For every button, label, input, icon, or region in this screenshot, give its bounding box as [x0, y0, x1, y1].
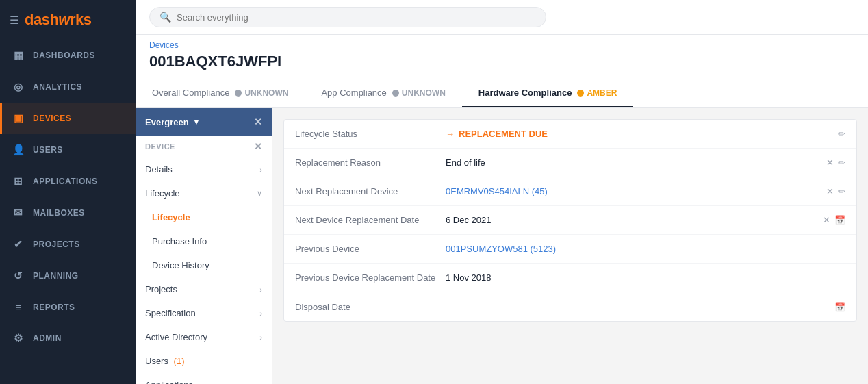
- tab-app-compliance[interactable]: App Compliance UNKNOWN: [305, 79, 461, 107]
- search-box[interactable]: 🔍: [149, 7, 546, 27]
- sidebar-item-analytics[interactable]: ◎ Analytics: [0, 71, 136, 103]
- topbar: 🔍: [136, 0, 868, 35]
- menu-item-applications[interactable]: Applications ›: [136, 373, 272, 384]
- row-label: Previous Device Replacement Date: [295, 272, 446, 283]
- breadcrumb[interactable]: Devices: [149, 40, 854, 50]
- sidebar-item-label: Admin: [33, 333, 62, 343]
- status-dot-gray: [235, 90, 242, 97]
- menu-item-lifecycle-sub[interactable]: Lifecycle: [136, 205, 272, 229]
- clear-icon[interactable]: ✕: [823, 215, 830, 225]
- table-row: Disposal Date 📅: [284, 292, 856, 321]
- sidebar-item-dashboards[interactable]: ▦ Dashboards: [0, 40, 136, 71]
- search-input[interactable]: [177, 12, 536, 23]
- status-dot-amber: [577, 90, 584, 97]
- right-panel: Lifecycle Status → REPLACEMENT DUE ✏ Rep…: [272, 108, 868, 384]
- sidebar-item-label: Devices: [33, 114, 71, 123]
- panel-header: Evergreen ▼ ✕: [136, 108, 272, 136]
- row-label: Next Replacement Device: [295, 186, 446, 196]
- row-actions: ✕ ✏: [826, 157, 845, 168]
- menu-item-device-history[interactable]: Device History: [136, 253, 272, 277]
- mailboxes-icon: ✉: [12, 207, 25, 219]
- tab-app-label: App Compliance: [321, 88, 386, 98]
- tab-hardware-compliance[interactable]: Hardware Compliance AMBER: [462, 79, 634, 107]
- calendar-icon[interactable]: 📅: [834, 215, 845, 225]
- lifecycle-table: Lifecycle Status → REPLACEMENT DUE ✏ Rep…: [283, 119, 857, 322]
- tab-app-status: UNKNOWN: [392, 88, 446, 98]
- sidebar-item-label: Applications: [33, 177, 97, 186]
- row-actions: ✕ 📅: [823, 215, 845, 225]
- hamburger-icon[interactable]: ☰: [10, 14, 19, 27]
- row-label: Lifecycle Status: [295, 129, 446, 139]
- sidebar-item-label: Projects: [33, 240, 80, 249]
- edit-icon[interactable]: ✏: [838, 157, 845, 168]
- row-label: Next Device Replacement Date: [295, 215, 446, 225]
- clear-icon[interactable]: ✕: [826, 186, 834, 196]
- evergreen-dropdown[interactable]: Evergreen ▼: [145, 117, 200, 127]
- row-value: 6 Dec 2021: [446, 215, 823, 225]
- devices-icon: ▣: [12, 112, 25, 125]
- sidebar-item-users[interactable]: 👤 Users: [0, 134, 136, 166]
- sidebar-item-projects[interactable]: ✔ Projects: [0, 229, 136, 260]
- edit-icon[interactable]: ✏: [838, 186, 845, 196]
- device-link[interactable]: 0EMRMV0S454IALN (45): [446, 186, 548, 196]
- sidebar-item-reports[interactable]: ≡ Reports: [0, 292, 136, 322]
- sidebar-item-planning[interactable]: ↺ Planning: [0, 260, 136, 292]
- menu-item-specification[interactable]: Specification ›: [136, 301, 272, 325]
- device-close-icon[interactable]: ✕: [254, 141, 263, 152]
- sidebar-nav: ▦ Dashboards ◎ Analytics ▣ Devices 👤 Use…: [0, 40, 136, 354]
- analytics-icon: ◎: [12, 81, 25, 93]
- left-panel: Evergreen ▼ ✕ DEVICE ✕ Details › Lifecyc…: [136, 108, 272, 384]
- sidebar-item-applications[interactable]: ⊞ Applications: [0, 166, 136, 197]
- row-value: 1 Nov 2018: [446, 272, 845, 283]
- device-section: DEVICE ✕: [136, 136, 272, 157]
- table-row: Replacement Reason End of life ✕ ✏: [284, 149, 856, 177]
- dashboards-icon: ▦: [12, 49, 25, 62]
- prev-device-link[interactable]: 001PSUMZYOW581 (5123): [446, 244, 556, 254]
- calendar-icon[interactable]: 📅: [834, 302, 845, 312]
- main-content: 🔍 Devices 001BAQXT6JWFPI Overall Complia…: [136, 0, 868, 384]
- page-title: 001BAQXT6JWFPI: [149, 53, 854, 71]
- edit-icon[interactable]: ✏: [838, 129, 845, 139]
- logo-area: ☰ dashwrks: [0, 0, 136, 40]
- chevron-right-icon-spec: ›: [259, 309, 262, 318]
- table-row: Previous Device Replacement Date 1 Nov 2…: [284, 264, 856, 292]
- evergreen-label: Evergreen: [145, 117, 189, 127]
- tab-bar: Overall Compliance UNKNOWN App Complianc…: [136, 79, 868, 108]
- chevron-right-icon-apps: ›: [259, 381, 262, 385]
- planning-icon: ↺: [12, 270, 25, 282]
- row-value: 001PSUMZYOW581 (5123): [446, 244, 845, 254]
- sidebar-item-admin[interactable]: ⚙ Admin: [0, 322, 136, 354]
- chevron-right-icon-projects: ›: [259, 285, 262, 294]
- sidebar-item-devices[interactable]: ▣ Devices: [0, 103, 136, 134]
- content-area: Devices 001BAQXT6JWFPI Overall Complianc…: [136, 35, 868, 384]
- clear-icon[interactable]: ✕: [826, 157, 834, 168]
- table-row: Next Device Replacement Date 6 Dec 2021 …: [284, 206, 856, 235]
- menu-item-active-directory[interactable]: Active Directory ›: [136, 325, 272, 349]
- chevron-down-icon: ▼: [193, 118, 201, 126]
- menu-item-purchase-info[interactable]: Purchase Info: [136, 229, 272, 253]
- status-dot-gray-2: [392, 90, 399, 97]
- chevron-down-icon-lifecycle: ∨: [257, 189, 262, 198]
- row-value: End of life: [446, 157, 826, 168]
- menu-item-projects[interactable]: Projects ›: [136, 277, 272, 301]
- applications-icon: ⊞: [12, 175, 25, 188]
- tab-hardware-status: AMBER: [577, 88, 617, 98]
- row-label: Disposal Date: [295, 302, 446, 312]
- tab-overall-compliance[interactable]: Overall Compliance UNKNOWN: [136, 79, 305, 107]
- tab-overall-status: UNKNOWN: [235, 88, 288, 98]
- close-icon[interactable]: ✕: [254, 116, 262, 127]
- row-value: 0EMRMV0S454IALN (45): [446, 186, 826, 196]
- row-value: → REPLACEMENT DUE: [446, 129, 838, 139]
- menu-item-details[interactable]: Details ›: [136, 157, 272, 181]
- menu-item-lifecycle-group[interactable]: Lifecycle ∨: [136, 181, 272, 205]
- logo: dashwrks: [25, 11, 92, 29]
- search-icon: 🔍: [159, 12, 171, 23]
- sidebar-item-mailboxes[interactable]: ✉ Mailboxes: [0, 197, 136, 229]
- sidebar-item-label: Dashboards: [33, 51, 95, 60]
- menu-item-users[interactable]: Users (1): [136, 349, 272, 373]
- row-label: Previous Device: [295, 244, 446, 254]
- arrow-right-icon: →: [446, 129, 455, 139]
- tab-overall-label: Overall Compliance: [152, 88, 229, 98]
- chevron-right-icon: ›: [259, 166, 262, 174]
- row-actions: ✏: [838, 129, 845, 139]
